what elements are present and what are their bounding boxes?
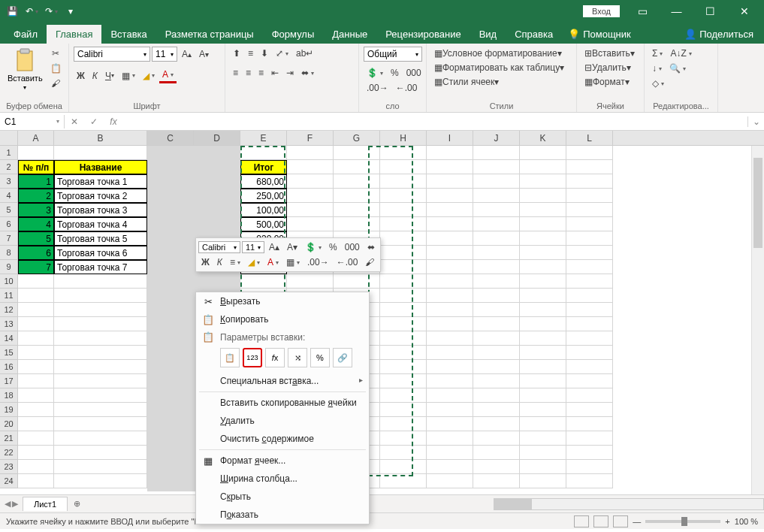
cell[interactable]: Торговая точка 3 bbox=[54, 203, 147, 217]
row-header-21[interactable]: 21 bbox=[0, 431, 18, 446]
cell[interactable] bbox=[147, 160, 194, 174]
cell[interactable] bbox=[54, 417, 147, 431]
cell[interactable] bbox=[287, 146, 334, 160]
cell[interactable] bbox=[473, 317, 520, 331]
cell[interactable] bbox=[147, 217, 194, 231]
cell[interactable] bbox=[194, 174, 240, 189]
cell[interactable] bbox=[147, 474, 194, 488]
cell[interactable]: 7 bbox=[18, 260, 54, 274]
cell[interactable] bbox=[427, 431, 473, 446]
increase-indent-button[interactable]: ⇥ bbox=[283, 66, 297, 80]
column-header-I[interactable]: I bbox=[427, 131, 473, 145]
worksheet[interactable]: ABCDEFGHIJKL 123456789101112131415161718… bbox=[0, 131, 764, 494]
row-header-16[interactable]: 16 bbox=[0, 360, 18, 374]
cell[interactable] bbox=[520, 146, 566, 160]
cell[interactable] bbox=[473, 289, 520, 303]
cell[interactable] bbox=[18, 474, 54, 488]
cell[interactable] bbox=[427, 203, 473, 217]
cell[interactable] bbox=[54, 289, 147, 303]
cell[interactable] bbox=[380, 460, 427, 474]
paste-button[interactable]: Вставить▾ bbox=[5, 47, 46, 92]
cell[interactable] bbox=[287, 274, 334, 289]
column-header-F[interactable]: F bbox=[287, 131, 334, 145]
wrap-text-button[interactable]: ab↵ bbox=[293, 47, 316, 60]
cell[interactable] bbox=[18, 331, 54, 346]
cell[interactable] bbox=[287, 160, 334, 174]
insert-cells-button[interactable]: ⊞ Вставить ▾ bbox=[581, 47, 638, 60]
cell[interactable] bbox=[147, 346, 194, 360]
cell[interactable] bbox=[520, 446, 566, 460]
row-header-9[interactable]: 9 bbox=[0, 260, 18, 274]
cell[interactable] bbox=[566, 374, 613, 388]
cell[interactable] bbox=[566, 303, 613, 317]
minimize-button[interactable]: — bbox=[660, 0, 693, 23]
undo-button[interactable]: ↶ bbox=[23, 2, 41, 20]
cell[interactable] bbox=[427, 446, 473, 460]
cell[interactable] bbox=[147, 460, 194, 474]
cell[interactable] bbox=[18, 274, 54, 289]
cell[interactable]: 4 bbox=[18, 217, 54, 231]
cell[interactable] bbox=[427, 246, 473, 260]
cell[interactable] bbox=[147, 203, 194, 217]
align-top-button[interactable]: ⬆ bbox=[230, 47, 243, 60]
cell[interactable] bbox=[473, 417, 520, 431]
paste-formulas[interactable]: fx bbox=[265, 348, 285, 367]
cell[interactable] bbox=[566, 260, 613, 274]
column-header-H[interactable]: H bbox=[380, 131, 427, 145]
qat-customize[interactable]: ▾ bbox=[62, 2, 80, 20]
cell[interactable] bbox=[147, 231, 194, 246]
column-header-A[interactable]: A bbox=[18, 131, 54, 145]
cell[interactable]: № п/п bbox=[18, 160, 54, 174]
conditional-formatting-button[interactable]: ▦ Условное форматирование ▾ bbox=[431, 47, 572, 60]
format-as-table-button[interactable]: ▦ Форматировать как таблицу ▾ bbox=[431, 61, 572, 74]
cell[interactable]: 100,00 bbox=[240, 203, 287, 217]
view-normal-button[interactable] bbox=[574, 515, 589, 527]
merge-button[interactable]: ⬌ bbox=[298, 66, 317, 80]
cell[interactable] bbox=[380, 417, 427, 431]
number-format-selector[interactable]: Общий▾ bbox=[364, 47, 422, 62]
cell[interactable]: 2 bbox=[18, 189, 54, 203]
cell[interactable] bbox=[54, 446, 147, 460]
mini-increase-font[interactable]: A▴ bbox=[266, 240, 282, 254]
row-header-11[interactable]: 11 bbox=[0, 289, 18, 303]
format-painter-button[interactable]: 🖌 bbox=[47, 77, 65, 90]
cell[interactable] bbox=[520, 403, 566, 417]
cell[interactable] bbox=[566, 460, 613, 474]
cell[interactable] bbox=[54, 146, 147, 160]
row-header-5[interactable]: 5 bbox=[0, 203, 18, 217]
expand-formula-bar[interactable]: ⌄ bbox=[747, 116, 764, 127]
formula-input[interactable] bbox=[123, 114, 747, 128]
cell[interactable] bbox=[147, 146, 194, 160]
cell[interactable] bbox=[473, 360, 520, 374]
format-cells-button[interactable]: ▦ Формат ▾ bbox=[581, 75, 633, 89]
cell[interactable] bbox=[427, 474, 473, 488]
row-header-12[interactable]: 12 bbox=[0, 303, 18, 317]
mini-dec-decimal[interactable]: ←.00 bbox=[334, 255, 361, 269]
cell[interactable] bbox=[566, 217, 613, 231]
cell[interactable] bbox=[147, 388, 194, 403]
vertical-scrollbar[interactable] bbox=[751, 146, 764, 494]
cell[interactable] bbox=[427, 331, 473, 346]
cell[interactable] bbox=[566, 346, 613, 360]
mini-inc-decimal[interactable]: .00→ bbox=[304, 255, 332, 269]
cell[interactable] bbox=[473, 246, 520, 260]
cell[interactable] bbox=[427, 374, 473, 388]
row-header-13[interactable]: 13 bbox=[0, 317, 18, 331]
save-button[interactable]: 💾 bbox=[3, 2, 21, 20]
mini-font-size[interactable]: 11▾ bbox=[242, 241, 264, 253]
italic-button[interactable]: К bbox=[89, 69, 101, 83]
align-middle-button[interactable]: ≡ bbox=[245, 47, 256, 60]
cell[interactable] bbox=[54, 360, 147, 374]
cell[interactable] bbox=[147, 246, 194, 260]
paste-transpose[interactable]: ⤭ bbox=[288, 348, 307, 367]
cell[interactable] bbox=[18, 388, 54, 403]
column-header-G[interactable]: G bbox=[334, 131, 380, 145]
cell[interactable] bbox=[334, 160, 380, 174]
cell[interactable] bbox=[240, 146, 287, 160]
cell[interactable] bbox=[54, 403, 147, 417]
tab-insert[interactable]: Вставка bbox=[101, 25, 156, 44]
cell[interactable] bbox=[520, 360, 566, 374]
mini-border[interactable]: ▦ bbox=[283, 255, 303, 269]
cell[interactable] bbox=[473, 174, 520, 189]
align-center-button[interactable]: ≡ bbox=[243, 66, 254, 80]
